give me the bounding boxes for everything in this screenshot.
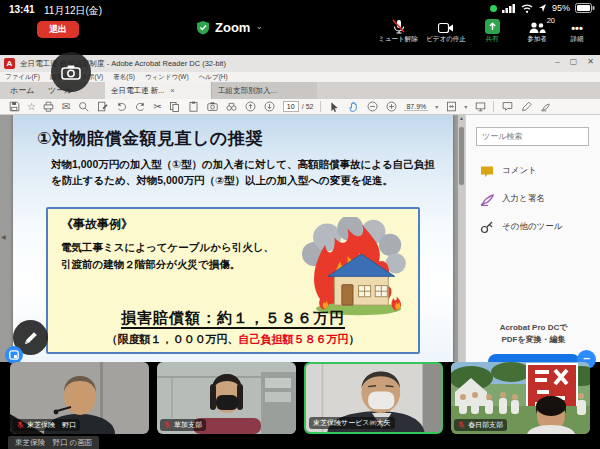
menu-file[interactable]: ファイル(F) — [5, 73, 40, 82]
pencil-icon[interactable] — [520, 101, 532, 113]
pdf-page: ①対物賠償金額見直しの推奨 対物1,000万円の加入型（①型）の加入者に対して、… — [13, 115, 453, 362]
menu-sign[interactable]: 署名(S) — [113, 73, 135, 82]
sidebar-item-label: その他のツール — [502, 221, 563, 233]
clipboard-icon[interactable] — [188, 101, 200, 113]
leave-button[interactable]: 退出 — [37, 21, 79, 38]
promo-line1: Acrobat Pro DCで — [466, 322, 600, 334]
unmute-button[interactable]: ミュート解除 — [373, 18, 423, 44]
share-button[interactable]: 共有 — [467, 18, 517, 44]
pdf-viewer: ◀ ①対物賠償金額見直しの推奨 対物1,000万円の加入型（①型）の加入者に対し… — [0, 115, 465, 362]
fit-page-icon[interactable] — [445, 101, 457, 113]
mic-muted-icon — [373, 18, 423, 34]
sidebar-item-label: コメント — [502, 165, 537, 177]
zoom-out-icon[interactable] — [366, 101, 378, 113]
stop-video-button[interactable]: ビデオの停止 — [421, 18, 471, 44]
case-description: 電気工事ミスによってケーブルから引火し、 引渡前の建物２階部分が火災で損傷。 — [61, 239, 274, 274]
clock: 13:41 — [9, 4, 35, 15]
next-page-icon[interactable] — [264, 101, 276, 113]
app-title: Zoom — [215, 20, 250, 35]
sidebar-item-more-tools[interactable]: その他のツール — [466, 215, 600, 239]
copy-icon[interactable] — [169, 101, 181, 113]
scroll-up-icon[interactable]: ▲ — [458, 115, 465, 121]
previous-page-icon[interactable] — [245, 101, 257, 113]
participant-name: 東芝保険サービス㈱大矢 — [313, 418, 391, 428]
print-icon[interactable] — [43, 101, 55, 113]
limit-amount: （限度額１，０００万円、 — [107, 333, 239, 345]
close-icon[interactable]: ✕ — [587, 57, 594, 66]
tab-home[interactable]: ホーム — [10, 82, 34, 99]
zoom-toolbar: 退出 Zoom ⌄ ミュート解除 ビデオの停止 共有 20 — [0, 18, 600, 50]
select-cursor-icon[interactable] — [328, 101, 340, 113]
promo-button[interactable] — [488, 354, 580, 362]
nav-left-icon[interactable]: ◀ — [1, 233, 6, 240]
case-example-box: 《事故事例》 電気工事ミスによってケーブルから引火し、 引渡前の建物２階部分が火… — [46, 207, 420, 354]
scissors-icon[interactable]: ✂ — [153, 101, 161, 113]
save-icon[interactable] — [8, 101, 20, 113]
acrobat-app-icon: A — [4, 58, 15, 69]
tool-search-input[interactable] — [476, 127, 589, 146]
mic-muted-icon — [164, 421, 171, 429]
snapshot-camera-icon[interactable] — [207, 101, 219, 113]
damage-amount-line: 損害賠償額：約１，５８６万円 — [48, 309, 418, 328]
promo-line2: PDFを変換・編集 — [466, 334, 600, 346]
star-icon[interactable]: ☆ — [27, 101, 36, 113]
video-tile-oya-active-speaker[interactable]: 東芝保険サービス㈱大矢 — [304, 362, 443, 434]
case-line2: 引渡前の建物２階部分が火災で損傷。 — [61, 256, 274, 273]
acrobat-content: ◀ ①対物賠償金額見直しの推奨 対物1,000万円の加入型（①型）の加入者に対し… — [0, 115, 600, 362]
pencil-icon — [23, 330, 39, 346]
participant-name: 春日部支部 — [468, 420, 503, 430]
fit-caret-icon[interactable]: ▾ — [464, 103, 467, 110]
camera-icon — [61, 64, 81, 80]
reading-mode-icon[interactable] — [474, 101, 486, 113]
sign-pen-icon[interactable] — [539, 101, 551, 113]
binoculars-icon[interactable] — [226, 101, 238, 113]
participant-name: 草加支部 — [174, 420, 202, 430]
shield-check-icon — [196, 20, 210, 35]
participant-name-badge: 東芝保険サービス㈱大矢 — [309, 417, 395, 429]
zoom-level[interactable]: 87.9% — [404, 103, 428, 111]
cellular-icon — [502, 3, 516, 13]
menu-help[interactable]: ヘルプ(H) — [199, 73, 228, 82]
redo-icon[interactable] — [134, 101, 146, 113]
participant-name: 東芝保険 野口 — [27, 420, 76, 430]
sidebar-item-comment[interactable]: コメント — [466, 159, 600, 183]
acrobat-toolbar: ☆ ✉ ✂ 10 / 52 87.9% ▾ — [0, 99, 600, 115]
chevron-down-icon: ⌄ — [255, 21, 263, 31]
share-screen-icon — [467, 18, 517, 34]
video-tile-soka[interactable]: 草加支部 — [157, 362, 296, 434]
more-label: 詳細 — [552, 35, 600, 44]
zoom-in-icon[interactable] — [385, 101, 397, 113]
sidebar-item-fill-sign[interactable]: 入力と署名 — [466, 187, 600, 211]
screenshot-camera-button[interactable] — [51, 52, 91, 92]
meeting-info[interactable]: Zoom ⌄ — [196, 20, 263, 35]
search-icon[interactable] — [77, 101, 89, 113]
date: 11月12日(金) — [44, 4, 102, 18]
maximize-icon[interactable]: ▢ — [570, 57, 578, 66]
slide-title: ①対物賠償金額見直しの推奨 — [37, 127, 263, 150]
screen-share-banner: 東芝保険 野口 の画面 — [8, 436, 99, 449]
mail-icon[interactable]: ✉ — [62, 101, 70, 113]
damage-detail-line: （限度額１，０００万円、自己負担額５８６万円） — [48, 332, 418, 347]
case-title: 《事故事例》 — [61, 216, 133, 233]
hand-tool-icon[interactable] — [347, 101, 359, 113]
video-strip: 東芝保険 野口 草加支部 — [10, 362, 590, 434]
page-total: / 52 — [302, 103, 314, 110]
doc-tab-active[interactable]: 全日電工連 新...× — [105, 82, 211, 99]
zoom-caret-icon[interactable]: ▾ — [435, 103, 438, 110]
doc-tab-inactive[interactable]: 工組支部別加入... — [211, 82, 317, 99]
video-tile-kasukabe[interactable]: 春日部支部 — [451, 362, 590, 434]
sidebar-item-label: 入力と署名 — [502, 193, 545, 205]
vertical-scrollbar[interactable]: ▲ — [458, 115, 465, 362]
menu-window[interactable]: ウィンドウ(W) — [145, 73, 189, 82]
sign-document-icon[interactable] — [96, 101, 108, 113]
video-tile-noguchi[interactable]: 東芝保険 野口 — [10, 362, 149, 434]
battery-icon — [575, 3, 595, 13]
scrollbar-thumb[interactable] — [459, 127, 464, 185]
minimize-icon[interactable]: – — [555, 57, 559, 66]
undo-icon[interactable] — [115, 101, 127, 113]
page-number-input[interactable]: 10 — [283, 101, 299, 112]
tab-close-icon[interactable]: × — [170, 86, 174, 95]
comment-bubble-icon[interactable] — [501, 101, 513, 113]
burning-house-illustration — [296, 217, 410, 319]
more-button[interactable]: ••• 詳細 — [552, 18, 600, 44]
